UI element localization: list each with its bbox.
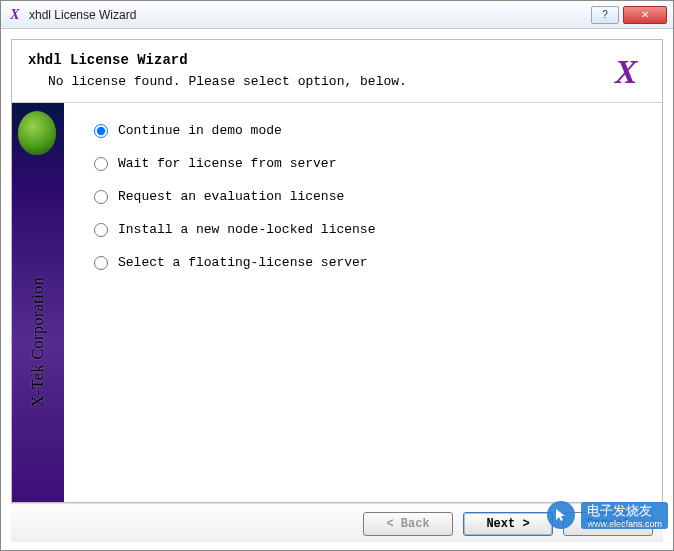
watermark: 电子发烧友 www.elecfans.com: [547, 501, 668, 529]
option-label: Request an evaluation license: [118, 189, 344, 204]
option-demo-mode[interactable]: Continue in demo mode: [94, 123, 642, 138]
option-label: Wait for license from server: [118, 156, 336, 171]
option-label: Select a floating-license server: [118, 255, 368, 270]
window-title: xhdl License Wizard: [29, 8, 136, 22]
close-button[interactable]: ✕: [623, 6, 667, 24]
cursor-icon: [553, 507, 569, 523]
radio-demo-mode[interactable]: [94, 124, 108, 138]
watermark-brand: 电子发烧友: [587, 503, 652, 518]
wizard-body: X-Tek Corporation Continue in demo mode …: [12, 103, 662, 502]
option-wait-server[interactable]: Wait for license from server: [94, 156, 642, 171]
option-install-node-locked[interactable]: Install a new node-locked license: [94, 222, 642, 237]
options-group: Continue in demo mode Wait for license f…: [64, 103, 662, 502]
wizard-header: xhdl License Wizard No license found. Pl…: [12, 40, 662, 103]
radio-install-node-locked[interactable]: [94, 223, 108, 237]
sidebar-graphic: X-Tek Corporation: [12, 103, 64, 502]
option-label: Continue in demo mode: [118, 123, 282, 138]
radio-floating-server[interactable]: [94, 256, 108, 270]
sidebar-vertical-text: X-Tek Corporation: [29, 277, 47, 407]
option-label: Install a new node-locked license: [118, 222, 375, 237]
license-wizard-window: X xhdl License Wizard ? ✕ xhdl License W…: [0, 0, 674, 551]
wizard-panel: xhdl License Wizard No license found. Pl…: [11, 39, 663, 503]
page-subtitle: No license found. Please select option, …: [28, 74, 606, 89]
brand-logo-icon: X: [606, 52, 646, 92]
help-button[interactable]: ?: [591, 6, 619, 24]
back-button: < Back: [363, 512, 453, 536]
watermark-url: www.elecfans.com: [587, 520, 662, 529]
option-floating-server[interactable]: Select a floating-license server: [94, 255, 642, 270]
window-controls: ? ✕: [587, 6, 667, 24]
window-titlebar: X xhdl License Wizard ? ✕: [1, 1, 673, 29]
client-area: xhdl License Wizard No license found. Pl…: [1, 29, 673, 550]
next-button[interactable]: Next >: [463, 512, 553, 536]
option-request-eval[interactable]: Request an evaluation license: [94, 189, 642, 204]
watermark-icon: [547, 501, 575, 529]
radio-request-eval[interactable]: [94, 190, 108, 204]
app-icon: X: [7, 7, 23, 23]
radio-wait-server[interactable]: [94, 157, 108, 171]
page-title: xhdl License Wizard: [28, 52, 606, 68]
